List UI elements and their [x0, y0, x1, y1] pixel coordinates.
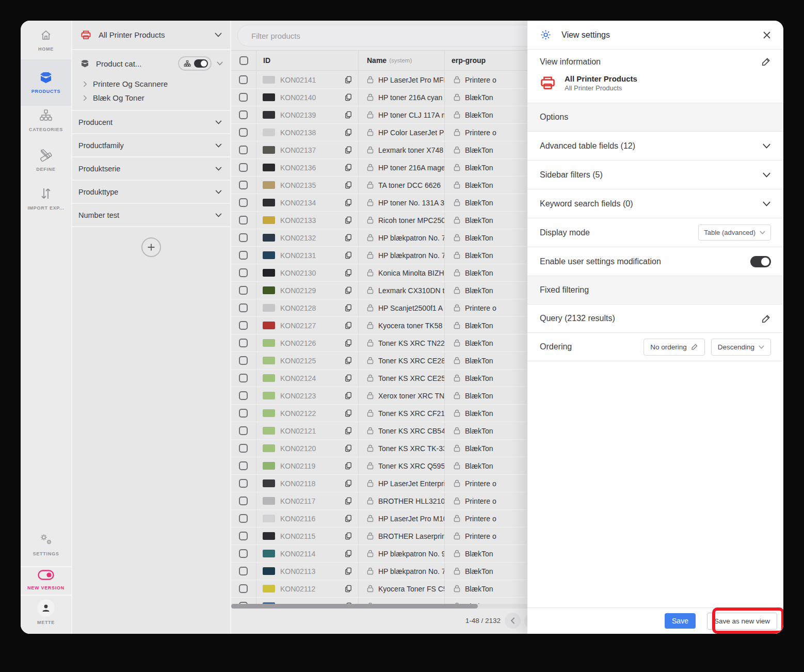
copy-icon[interactable]: [345, 444, 352, 452]
table-row[interactable]: KON02128 HP Scanjet2500f1 A Printere o: [231, 299, 527, 317]
copy-icon[interactable]: [345, 462, 352, 470]
toggle-switch-on[interactable]: [194, 59, 208, 68]
filter-products-input[interactable]: [237, 25, 527, 46]
horizontal-scrollbar[interactable]: [231, 604, 527, 609]
row-checkbox[interactable]: [239, 444, 248, 453]
filter-section-row[interactable]: Produktserie: [72, 157, 230, 181]
table-row[interactable]: KON02129 Lexmark CX310DN t BlækTon: [231, 282, 527, 299]
table-row[interactable]: KON02137 Lexmark toner X748 BlækTon: [231, 141, 527, 159]
table-row[interactable]: KON02126 Toner KS XRC TN22 BlækTon: [231, 334, 527, 352]
table-row[interactable]: KON02136 HP toner 216A mage BlækTon: [231, 159, 527, 177]
user-settings-toggle-on[interactable]: [750, 256, 771, 267]
copy-icon[interactable]: [345, 479, 352, 487]
table-row[interactable]: KON02118 HP LaserJet Enterpri Printere o: [231, 475, 527, 492]
table-row[interactable]: KON02116 HP LaserJet Pro M10 Printere o: [231, 510, 527, 527]
table-row[interactable]: KON02131 HP blækpatron No. 7 BlækTon: [231, 247, 527, 264]
table-row[interactable]: KON02115 BROTHER Laserprin Printere o: [231, 527, 527, 545]
sidebar-item-categories[interactable]: CATEGORIES: [21, 108, 71, 132]
edit-pencil-icon[interactable]: [761, 57, 771, 67]
filter-section-row[interactable]: Productfamily: [72, 134, 230, 157]
table-row[interactable]: KON02121 Toner KS XRC CB54 BlækTon: [231, 422, 527, 440]
row-checkbox[interactable]: [239, 549, 248, 558]
row-checkbox[interactable]: [239, 409, 248, 418]
row-checkbox[interactable]: [239, 216, 248, 225]
table-row[interactable]: KON02135 TA toner DCC 6626 BlækTon: [231, 177, 527, 194]
row-checkbox[interactable]: [239, 356, 248, 365]
row-checkbox[interactable]: [239, 426, 248, 435]
row-checkbox[interactable]: [239, 391, 248, 400]
row-checkbox[interactable]: [239, 198, 248, 207]
filter-section-row[interactable]: Producent: [72, 111, 230, 134]
display-mode-select[interactable]: Table (advanced): [698, 225, 771, 241]
filter-section-row[interactable]: Number test: [72, 204, 230, 227]
copy-icon[interactable]: [345, 286, 352, 294]
no-ordering-button[interactable]: No ordering: [644, 339, 705, 356]
hierarchy-toggle[interactable]: [178, 56, 212, 71]
row-checkbox[interactable]: [239, 93, 248, 102]
sidebar-item-products[interactable]: PRODUCTS: [21, 59, 71, 106]
column-header-name[interactable]: Name(system): [359, 51, 445, 70]
advanced-table-fields-row[interactable]: Advanced table fields (12): [527, 132, 783, 161]
sidebar-item-user[interactable]: METTE: [21, 599, 71, 625]
row-checkbox[interactable]: [239, 532, 248, 540]
copy-icon[interactable]: [345, 93, 352, 101]
copy-icon[interactable]: [345, 357, 352, 364]
table-row[interactable]: KON02139 HP toner CLJ 117A m BlækTon: [231, 106, 527, 124]
table-row[interactable]: KON02132 HP blækpatron No. 7 BlækTon: [231, 229, 527, 247]
table-row[interactable]: KON02127 Kyocera toner TK58 BlækTon: [231, 317, 527, 334]
category-tree-item[interactable]: Blæk Og Toner: [72, 91, 230, 105]
table-row[interactable]: KON02120 Toner KS XRC TK-33 BlækTon: [231, 440, 527, 457]
table-row[interactable]: KON02113 HP blækpatron No. 7 BlækTon: [231, 563, 527, 580]
row-checkbox[interactable]: [239, 461, 248, 470]
row-checkbox[interactable]: [239, 567, 248, 575]
edit-query-pencil-icon[interactable]: [761, 314, 771, 324]
copy-icon[interactable]: [345, 129, 352, 136]
table-row[interactable]: KON02114 HP blækpatron No. 9 BlækTon: [231, 545, 527, 563]
table-row[interactable]: KON02138 HP Color LaserJet Pr Printere o: [231, 124, 527, 141]
table-row[interactable]: KON02134 HP toner No. 131A 3 BlækTon: [231, 194, 527, 212]
row-checkbox[interactable]: [239, 75, 248, 84]
table-row[interactable]: KON02140 HP toner 216A cyan BlækTon: [231, 89, 527, 106]
copy-icon[interactable]: [345, 427, 352, 435]
select-all-checkbox[interactable]: [239, 56, 248, 65]
pagination-prev-button[interactable]: [505, 613, 521, 629]
column-header-id[interactable]: ID: [256, 51, 359, 70]
save-button[interactable]: Save: [665, 613, 696, 629]
table-row[interactable]: KON02112 Kyocera Toner FS C5 BlækTon: [231, 580, 527, 598]
row-checkbox[interactable]: [239, 268, 248, 277]
table-row[interactable]: KON02123 Xerox toner XRC TN BlækTon: [231, 387, 527, 405]
table-row[interactable]: KON02111 SAMSUNG MLT-D20 BlækT: [231, 598, 527, 604]
table-row[interactable]: KON02122 Toner KS XRC CF211 BlækTon: [231, 405, 527, 422]
add-filter-button[interactable]: [141, 237, 161, 257]
category-tree-item[interactable]: Printere Og Scannere: [72, 77, 230, 91]
sidebar-item-import-export[interactable]: IMPORT EXP...: [21, 187, 71, 211]
copy-icon[interactable]: [345, 392, 352, 399]
close-icon[interactable]: [763, 31, 771, 39]
keyword-search-fields-row[interactable]: Keyword search fields (0): [527, 189, 783, 218]
table-row[interactable]: KON02130 Konica Minolta BIZH BlækTon: [231, 264, 527, 282]
row-checkbox[interactable]: [239, 163, 248, 172]
ordering-direction-select[interactable]: Descending: [711, 339, 771, 356]
table-row[interactable]: KON02124 Toner KS XRC CE25 BlækTon: [231, 370, 527, 387]
row-checkbox[interactable]: [239, 128, 248, 137]
copy-icon[interactable]: [345, 567, 352, 575]
column-header-erp-group[interactable]: erp-group: [445, 51, 527, 70]
copy-icon[interactable]: [345, 409, 352, 417]
row-checkbox[interactable]: [239, 233, 248, 242]
sidebar-item-new-version[interactable]: NEW VERSION: [21, 570, 71, 590]
row-checkbox[interactable]: [239, 303, 248, 312]
sidebar-filters-row[interactable]: Sidebar filters (5): [527, 161, 783, 189]
copy-icon[interactable]: [345, 234, 352, 242]
row-checkbox[interactable]: [239, 181, 248, 189]
sidebar-item-home[interactable]: HOME: [21, 29, 71, 52]
row-checkbox[interactable]: [239, 286, 248, 295]
row-checkbox[interactable]: [239, 514, 248, 523]
copy-icon[interactable]: [345, 374, 352, 382]
row-checkbox[interactable]: [239, 497, 248, 505]
row-checkbox[interactable]: [239, 584, 248, 593]
sidebar-item-define[interactable]: DEFINE: [21, 148, 71, 172]
copy-icon[interactable]: [345, 269, 352, 277]
table-row[interactable]: KON02133 Ricoh toner MPC250 BlækTon: [231, 212, 527, 229]
copy-icon[interactable]: [345, 515, 352, 522]
copy-icon[interactable]: [345, 304, 352, 312]
